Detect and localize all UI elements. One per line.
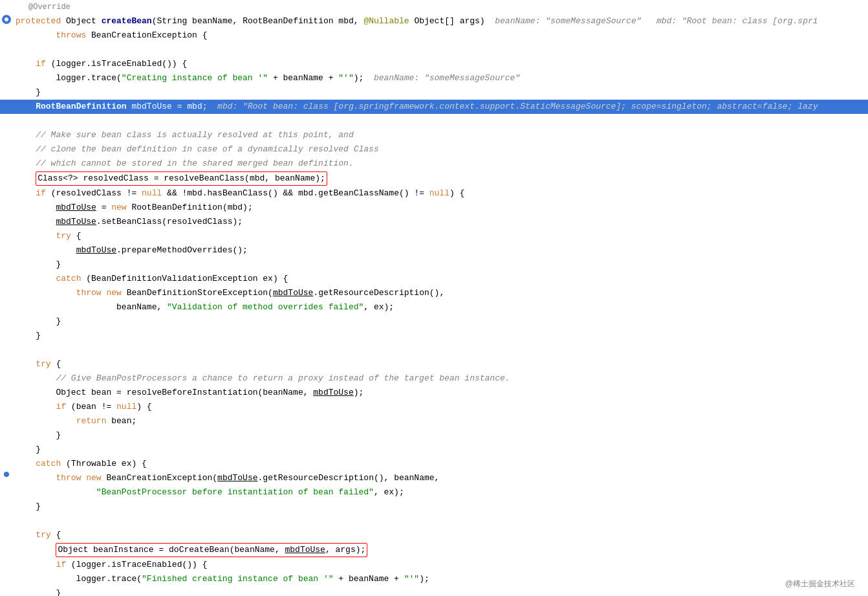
line-content: if (resolvedClass != null && !mbd.hasBea… xyxy=(13,187,868,200)
code-line-blank1 xyxy=(0,43,868,57)
code-line-close-catch2: } xyxy=(0,500,868,514)
line-gutter xyxy=(0,472,13,477)
code-line-catch-throwable: catch (Throwable ex) { xyxy=(0,457,868,471)
code-line-if-resolved: if (resolvedClass != null && !mbd.hasBea… xyxy=(0,186,868,201)
line-content: } xyxy=(13,443,868,456)
line-content: Object beanInstance = doCreateBean(beanN… xyxy=(13,543,868,557)
code-line-catch-bean-def: catch (BeanDefinitionValidationException… xyxy=(0,272,868,286)
code-line-method-sig: protected Object createBean(String beanN… xyxy=(0,14,868,28)
line-content: if (logger.isTraceEnabled()) { xyxy=(13,558,868,571)
line-gutter xyxy=(0,15,13,24)
line-content: if (bean != null) { xyxy=(13,401,868,414)
line-content: Class<?> resolvedClass = resolveBeanClas… xyxy=(13,171,868,186)
code-line-comment1: // Make sure bean class is actually reso… xyxy=(0,128,868,142)
line-content xyxy=(13,115,868,127)
line-content: mbdToUse.prepareMethodOverrides(); xyxy=(13,244,868,257)
code-line-throws: throws BeanCreationException { xyxy=(0,28,868,43)
line-content: catch (Throwable ex) { xyxy=(13,458,868,470)
code-line-blank2 xyxy=(0,114,868,128)
code-line-logger-trace2: logger.trace("Finished creating instance… xyxy=(0,572,868,586)
code-line-throw-creation: throw new BeanCreationException(mbdToUse… xyxy=(0,471,868,485)
code-line-try3: try { xyxy=(0,528,868,542)
line-content xyxy=(13,344,868,357)
code-line-close-inner2: } xyxy=(0,428,868,443)
line-content: } xyxy=(13,86,868,99)
line-content: @Override xyxy=(13,1,868,14)
line-content: // clone the bean definition in case of … xyxy=(13,143,868,156)
code-line-close-try: } xyxy=(0,258,868,272)
code-line-blank4 xyxy=(0,514,868,528)
line-content: logger.trace("Finished creating instance… xyxy=(13,573,868,586)
code-line-mbd-new: mbdToUse = new RootBeanDefinition(mbd); xyxy=(0,201,868,215)
breakpoint-icon[interactable] xyxy=(2,15,11,24)
code-line-close-if: } xyxy=(0,329,868,343)
code-line-mbd-highlighted: RootBeanDefinition mbdToUse = mbd; mbd: … xyxy=(0,100,868,114)
line-content: return bean; xyxy=(13,415,868,428)
code-line-resolve-before: Object bean = resolveBeforeInstantiation… xyxy=(0,386,868,400)
code-line-close-catch: } xyxy=(0,315,868,329)
code-line-throw-creation2: "BeanPostProcessor before instantiation … xyxy=(0,485,868,500)
code-line-comment3: // which cannot be stored in the shared … xyxy=(0,157,868,171)
code-line-try2: try { xyxy=(0,357,868,371)
red-box-resolved: Class<?> resolvedClass = resolveBeanClas… xyxy=(36,171,327,186)
code-editor: @Override protected Object createBean(St… xyxy=(0,0,868,596)
code-line-try1: try { xyxy=(0,229,868,243)
line-content: } xyxy=(13,500,868,513)
footer-watermark: @稀土掘金技术社区 xyxy=(785,579,855,590)
line-content: "BeanPostProcessor before instantiation … xyxy=(13,486,868,499)
line-content: } xyxy=(13,587,868,596)
code-line-throw-bean-def2: beanName, "Validation of method override… xyxy=(0,300,868,315)
code-line-if-logger2: if (logger.isTraceEnabled()) { xyxy=(0,558,868,572)
line-content: mbdToUse.setBeanClass(resolvedClass); xyxy=(13,215,868,228)
code-line-close-try2: } xyxy=(0,443,868,457)
line-content: // Make sure bean class is actually reso… xyxy=(13,129,868,142)
code-line-comment4: // Give BeanPostProcessors a chance to r… xyxy=(0,371,868,386)
code-line-resolved-class: Class<?> resolvedClass = resolveBeanClas… xyxy=(0,171,868,186)
line-content: // Give BeanPostProcessors a chance to r… xyxy=(13,372,868,385)
code-line-prepare: mbdToUse.prepareMethodOverrides(); xyxy=(0,243,868,258)
line-content: } xyxy=(13,429,868,442)
line-content xyxy=(13,43,868,56)
line-content: protected Object createBean(String beanN… xyxy=(13,15,868,28)
code-line-return-bean: return bean; xyxy=(0,414,868,428)
code-line-logger-trace: logger.trace("Creating instance of bean … xyxy=(0,71,868,85)
line-content: catch (BeanDefinitionValidationException… xyxy=(13,272,868,285)
line-content xyxy=(13,514,868,527)
line-content: try { xyxy=(13,529,868,542)
line-content: throw new BeanDefinitionStoreException(m… xyxy=(13,287,868,300)
line-content: Object bean = resolveBeforeInstantiation… xyxy=(13,386,868,399)
line-content: } xyxy=(13,329,868,342)
line-content: throw new BeanCreationException(mbdToUse… xyxy=(13,472,868,485)
line-content: } xyxy=(13,315,868,328)
line-content: RootBeanDefinition mbdToUse = mbd; mbd: … xyxy=(13,100,868,113)
line-content: logger.trace("Creating instance of bean … xyxy=(13,72,868,85)
line-content: try { xyxy=(13,230,868,243)
code-line-close1: } xyxy=(0,85,868,100)
line-content: // which cannot be stored in the shared … xyxy=(13,157,868,170)
code-line-bean-instance: Object beanInstance = doCreateBean(beanN… xyxy=(0,542,868,558)
code-line-comment2: // clone the bean definition in case of … xyxy=(0,142,868,157)
line-content: throws BeanCreationException { xyxy=(13,29,868,42)
code-line-throw-bean-def: throw new BeanDefinitionStoreException(m… xyxy=(0,286,868,300)
line-content: beanName, "Validation of method override… xyxy=(13,301,868,314)
code-line-override: @Override xyxy=(0,0,868,14)
code-line-if-logger: if (logger.isTraceEnabled()) { xyxy=(0,57,868,71)
code-line-if-bean: if (bean != null) { xyxy=(0,400,868,414)
code-line-close-if2: } xyxy=(0,586,868,596)
line-content: if (logger.isTraceEnabled()) { xyxy=(13,58,868,71)
code-line-blank3 xyxy=(0,343,868,357)
line-content: mbdToUse = new RootBeanDefinition(mbd); xyxy=(13,201,868,214)
line-content: } xyxy=(13,258,868,271)
red-box-bean-instance: Object beanInstance = doCreateBean(beanN… xyxy=(56,543,367,557)
line-content: try { xyxy=(13,358,868,371)
code-line-mbd-set: mbdToUse.setBeanClass(resolvedClass); xyxy=(0,215,868,229)
